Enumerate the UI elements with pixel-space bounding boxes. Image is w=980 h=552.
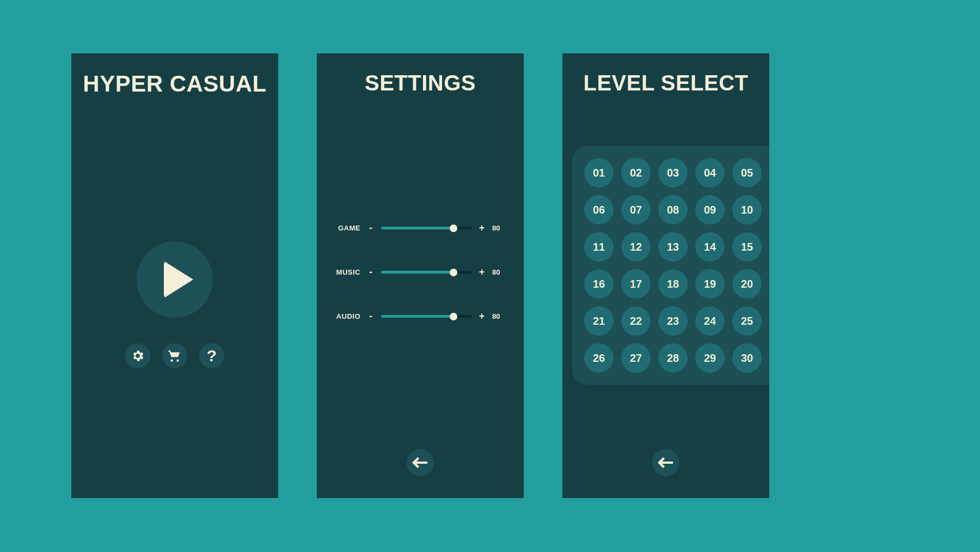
level-button-02[interactable]: 02 <box>621 158 651 187</box>
level-button-30[interactable]: 30 <box>732 343 762 373</box>
level-button-03[interactable]: 03 <box>658 158 688 187</box>
settings-title: SETTINGS <box>317 71 524 95</box>
level-button-29[interactable]: 29 <box>695 343 725 373</box>
slider-increment[interactable]: + <box>478 266 486 278</box>
level-panel: 0102030405060708091011121314151617181920… <box>572 146 769 385</box>
level-button-23[interactable]: 23 <box>658 306 688 336</box>
level-grid: 0102030405060708091011121314151617181920… <box>584 158 758 373</box>
level-button-11[interactable]: 11 <box>584 232 614 262</box>
slider-value: 80 <box>492 312 509 320</box>
play-icon <box>164 261 193 298</box>
arrow-left-icon <box>658 457 674 468</box>
level-button-19[interactable]: 19 <box>695 269 725 299</box>
level-select-title: LEVEL SELECT <box>562 71 769 95</box>
level-button-18[interactable]: 18 <box>658 269 688 299</box>
sliders-container: GAME-+80MUSIC-+80AUDIO-+80 <box>317 222 524 322</box>
level-button-25[interactable]: 25 <box>732 306 762 336</box>
slider-value: 80 <box>492 268 509 276</box>
level-button-21[interactable]: 21 <box>584 306 614 336</box>
main-menu-screen: HYPER CASUAL ? <box>71 53 278 498</box>
level-button-06[interactable]: 06 <box>584 195 614 225</box>
level-button-01[interactable]: 01 <box>584 158 614 187</box>
cart-button[interactable] <box>162 343 187 368</box>
cart-icon <box>168 349 182 363</box>
question-icon: ? <box>207 347 217 365</box>
slider-fill <box>381 271 454 274</box>
level-button-20[interactable]: 20 <box>732 269 762 299</box>
level-button-28[interactable]: 28 <box>658 343 688 373</box>
level-button-13[interactable]: 13 <box>658 232 688 262</box>
level-button-10[interactable]: 10 <box>732 195 762 225</box>
slider-label: AUDIO <box>332 312 360 320</box>
slider-row-audio: AUDIO-+80 <box>332 311 509 322</box>
level-button-08[interactable]: 08 <box>658 195 688 225</box>
level-button-04[interactable]: 04 <box>695 158 725 187</box>
level-button-22[interactable]: 22 <box>621 306 651 336</box>
level-button-15[interactable]: 15 <box>732 232 762 262</box>
slider-thumb[interactable] <box>450 269 457 276</box>
level-button-05[interactable]: 05 <box>732 158 762 187</box>
level-button-09[interactable]: 09 <box>695 195 725 225</box>
back-button[interactable] <box>652 449 679 476</box>
level-button-12[interactable]: 12 <box>621 232 651 262</box>
level-button-24[interactable]: 24 <box>695 306 725 336</box>
slider-track[interactable] <box>381 271 471 274</box>
help-button[interactable]: ? <box>199 343 224 368</box>
level-select-screen: LEVEL SELECT 010203040506070809101112131… <box>562 53 769 498</box>
slider-track[interactable] <box>381 227 471 229</box>
slider-label: GAME <box>332 224 360 232</box>
slider-row-music: MUSIC-+80 <box>332 266 509 278</box>
slider-row-game: GAME-+80 <box>332 222 509 234</box>
settings-button[interactable] <box>125 343 150 368</box>
level-button-16[interactable]: 16 <box>584 269 614 299</box>
main-title: HYPER CASUAL <box>71 71 278 97</box>
slider-fill <box>381 227 454 229</box>
slider-track[interactable] <box>381 315 471 318</box>
level-button-27[interactable]: 27 <box>621 343 651 373</box>
slider-decrement[interactable]: - <box>367 266 375 278</box>
icon-row: ? <box>125 343 224 368</box>
slider-decrement[interactable]: - <box>367 311 375 322</box>
level-button-07[interactable]: 07 <box>621 195 651 225</box>
slider-thumb[interactable] <box>450 225 457 232</box>
slider-value: 80 <box>492 224 509 232</box>
level-button-17[interactable]: 17 <box>621 269 651 299</box>
slider-decrement[interactable]: - <box>367 222 375 234</box>
slider-fill <box>381 315 454 318</box>
slider-increment[interactable]: + <box>478 222 486 234</box>
slider-label: MUSIC <box>332 268 360 276</box>
back-button[interactable] <box>407 449 434 476</box>
settings-screen: SETTINGS GAME-+80MUSIC-+80AUDIO-+80 <box>317 53 524 498</box>
gear-icon <box>131 349 145 363</box>
arrow-left-icon <box>412 457 428 468</box>
slider-thumb[interactable] <box>450 313 457 320</box>
slider-increment[interactable]: + <box>478 311 486 322</box>
level-button-14[interactable]: 14 <box>695 232 725 262</box>
play-button[interactable] <box>137 241 213 318</box>
level-button-26[interactable]: 26 <box>584 343 614 373</box>
